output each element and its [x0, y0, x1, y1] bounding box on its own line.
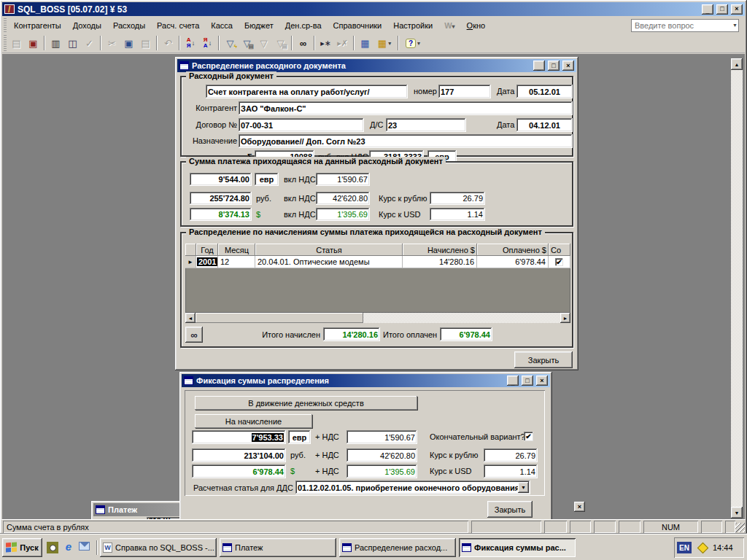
- evr-box[interactable]: евр: [288, 430, 311, 444]
- task-distribution[interactable]: Распределение расход...: [339, 538, 456, 557]
- print-preview-icon[interactable]: ◫: [64, 35, 81, 51]
- glasses-button[interactable]: ∞: [185, 327, 203, 343]
- dialog-maximize-button[interactable]: □: [522, 376, 533, 386]
- find-icon[interactable]: ∞: [295, 35, 311, 51]
- copy-icon[interactable]: ▣: [120, 35, 137, 51]
- to-accrual-button[interactable]: На начисление: [195, 414, 312, 428]
- scrollbar-thumb[interactable]: [196, 313, 363, 323]
- scroll-down-icon[interactable]: ▼: [731, 507, 743, 518]
- to-cashflow-button[interactable]: В движение денежных средств: [195, 396, 417, 410]
- menu-rashody[interactable]: Расходы: [107, 19, 151, 32]
- agreed-cell[interactable]: ✔: [549, 256, 570, 268]
- paid-cell[interactable]: 6'978.44: [477, 256, 549, 268]
- paste-icon[interactable]: ▤: [137, 35, 154, 51]
- vat-evr-field[interactable]: 1'590.67: [347, 430, 417, 444]
- task-payment[interactable]: Платеж: [220, 538, 336, 557]
- ds-field[interactable]: 23: [386, 118, 466, 132]
- mdi-vertical-scrollbar[interactable]: ▲ ▼: [731, 58, 743, 518]
- delete-record-icon[interactable]: ▸✗: [334, 35, 351, 51]
- amount-evr-field[interactable]: 9'544.00: [190, 173, 252, 186]
- database-search-icon[interactable]: ▣: [25, 35, 42, 51]
- scroll-right-icon[interactable]: ►: [560, 313, 570, 323]
- agreed-checkbox[interactable]: ✔: [555, 258, 563, 266]
- close-dialog-button[interactable]: Закрыть: [514, 351, 573, 368]
- fixation-dialog-titlebar[interactable]: Фиксация суммы распределения _ □ ×: [182, 374, 550, 387]
- amount-usd-field[interactable]: 6'978.44: [192, 464, 286, 478]
- rate-usd-field[interactable]: 1.14: [430, 208, 485, 221]
- menu-rasch-scheta[interactable]: Расч. счета: [151, 19, 205, 32]
- menu-dohody[interactable]: Доходы: [67, 19, 107, 32]
- combo-dropdown-icon[interactable]: ▼: [518, 482, 529, 493]
- year-header[interactable]: Год: [196, 244, 218, 256]
- menu-nastroyki[interactable]: Настройки: [387, 19, 438, 32]
- dds-article-value[interactable]: 01.12.02.01.05. приобретение оконечного …: [295, 481, 530, 494]
- menu-spravochniki[interactable]: Справочники: [328, 19, 388, 32]
- evr-box[interactable]: евр: [255, 173, 279, 186]
- amount-rub-field[interactable]: 255'724.80: [190, 192, 252, 205]
- print-icon[interactable]: ▥: [47, 35, 64, 51]
- table-row[interactable]: ► 2001 12 20.04.01. Оптические модемы 14…: [185, 256, 570, 268]
- cut-icon[interactable]: ✂: [104, 35, 120, 51]
- menu-okno[interactable]: Окно: [461, 19, 492, 32]
- article-cell[interactable]: 20.04.01. Оптические модемы: [255, 256, 403, 268]
- clock-quicklaunch-icon[interactable]: [47, 542, 58, 553]
- scrollbar-track[interactable]: [731, 70, 743, 507]
- new-object-icon[interactable]: ▦▾: [374, 35, 395, 51]
- menu-kassa[interactable]: Касса: [205, 19, 239, 32]
- dialog-maximize-button[interactable]: □: [548, 61, 560, 71]
- accrued-header[interactable]: Начислено $: [403, 244, 477, 256]
- total-accrued-field[interactable]: 14'280.16: [323, 327, 380, 341]
- dialog-close-button[interactable]: ×: [536, 376, 548, 386]
- date-field[interactable]: 05.12.01: [516, 85, 573, 98]
- sort-descending-icon[interactable]: ЯА ↓: [199, 35, 216, 51]
- dialog-close-button[interactable]: ×: [562, 61, 574, 71]
- menu-kontragenty[interactable]: Контрагенты: [8, 19, 67, 32]
- rate-usd-field[interactable]: 1.14: [484, 464, 538, 478]
- undo-icon[interactable]: ↶: [160, 35, 177, 51]
- resize-grip[interactable]: [735, 523, 745, 532]
- scrollbar-track[interactable]: [363, 313, 560, 323]
- menu-budget[interactable]: Бюджет: [239, 19, 279, 32]
- outlook-icon[interactable]: [79, 542, 90, 551]
- menu-den-sredstva[interactable]: Ден.ср-ва: [279, 19, 328, 32]
- maximize-button[interactable]: □: [716, 4, 728, 15]
- rate-rub-field[interactable]: 26.79: [430, 192, 485, 205]
- table-horizontal-scrollbar[interactable]: ◄ ►: [185, 313, 570, 323]
- rate-rub-field[interactable]: 26.79: [484, 448, 538, 462]
- scroll-up-icon[interactable]: ▲: [731, 58, 743, 70]
- agreed-header[interactable]: Со: [549, 244, 570, 256]
- save-icon[interactable]: ▤: [8, 35, 25, 51]
- new-record-icon[interactable]: ▸∗: [317, 35, 334, 51]
- ask-question-combo[interactable]: ▼: [631, 19, 739, 32]
- sort-ascending-icon[interactable]: АЯ ↓: [182, 35, 199, 51]
- month-cell[interactable]: 12: [218, 256, 255, 268]
- contractor-field[interactable]: ЗАО "Фалкон-С": [239, 101, 573, 115]
- document-type-field[interactable]: Счет контрагента на оплату работ/услуг/: [206, 85, 408, 98]
- contract-field[interactable]: 07-00-31: [239, 118, 364, 132]
- spelling-icon[interactable]: ✓: [81, 35, 98, 51]
- ask-dropdown-icon[interactable]: ▼: [732, 23, 738, 28]
- filter-by-form-icon[interactable]: ▽▤: [239, 35, 255, 51]
- distribution-dialog-titlebar[interactable]: Распределение расходного документа _ □ ×: [177, 59, 576, 72]
- date2-field[interactable]: 04.12.01: [516, 118, 573, 132]
- final-variant-checkbox[interactable]: ✔: [524, 432, 533, 441]
- ask-question-input[interactable]: [631, 19, 739, 32]
- article-header[interactable]: Статья: [255, 244, 403, 256]
- database-window-icon[interactable]: ▦: [357, 35, 374, 51]
- task-help-sqlboss[interactable]: W Справка по SQL_BOSS -...: [100, 538, 217, 557]
- accrued-cell[interactable]: 14'280.16: [403, 256, 477, 268]
- filter-by-selection-icon[interactable]: ▽ϟ: [222, 35, 239, 51]
- start-button[interactable]: Пуск: [2, 538, 42, 557]
- vat-evr-field[interactable]: 1'590.67: [316, 173, 370, 186]
- apply-filter-icon[interactable]: ▽▤: [272, 35, 289, 51]
- year-cell[interactable]: 2001: [196, 256, 218, 268]
- amount-rub-field[interactable]: 213'104.00: [192, 448, 286, 462]
- dialog-minimize-button[interactable]: _: [507, 376, 519, 386]
- dds-article-combo[interactable]: 01.12.02.01.05. приобретение оконечного …: [295, 481, 530, 494]
- vat-rub-field[interactable]: 42'620.80: [316, 192, 370, 205]
- total-paid-field[interactable]: 6'978.44: [440, 327, 492, 341]
- number-field[interactable]: 177: [438, 85, 491, 98]
- close-dialog-button[interactable]: Закрыть: [487, 501, 533, 518]
- office-links-icon[interactable]: W▾: [438, 19, 460, 32]
- vat-rub-field[interactable]: 42'620.80: [347, 448, 417, 462]
